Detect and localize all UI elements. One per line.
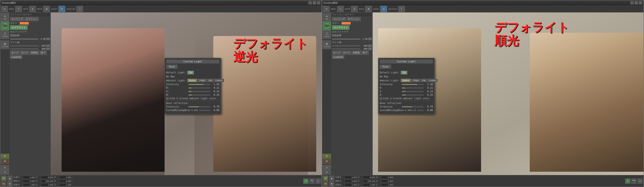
r-r-slider[interactable] (402, 87, 424, 89)
r-config-tab[interactable]: コンフィグ (332, 17, 346, 21)
r-intensity-slider[interactable] (332, 38, 360, 40)
r-plus-btn[interactable]: + (625, 178, 630, 184)
sidebar-anim[interactable]: 🎬 anim (1, 22, 9, 30)
trilight-tab[interactable]: Trilight (198, 79, 207, 82)
r-light-extra-slider[interactable] (332, 48, 360, 50)
r-arrow-down-status[interactable]: ▼ (329, 181, 334, 186)
r-toolbar-move[interactable]: ✥ (351, 6, 358, 12)
r-toolbar-section[interactable]: ⊞ (380, 6, 387, 12)
r-pe-status-btn[interactable]: PE (323, 181, 328, 186)
rot-y-input[interactable] (41, 180, 54, 183)
reset-button[interactable]: Reset (166, 65, 178, 69)
config-tab[interactable]: コンフィグ (10, 17, 24, 21)
r-arrow-up-status[interactable]: ▲ (329, 176, 334, 181)
r-option-tab[interactable]: オプション (346, 17, 361, 21)
scale-x-input[interactable] (23, 183, 36, 186)
intensity-slider[interactable] (10, 38, 38, 40)
r-skybox-tab[interactable]: Skybox (401, 79, 411, 82)
maximize-button[interactable]: □ (313, 1, 316, 4)
pe-status-btn[interactable]: PE (1, 181, 6, 186)
r-flat-tab[interactable]: Flat (421, 79, 427, 82)
skybox-tab[interactable]: Skybox (188, 79, 197, 82)
r-light-extra-def-btn[interactable]: def (368, 48, 372, 50)
arrow-down-status[interactable]: ▼ (7, 181, 12, 186)
intensity-def-btn[interactable]: def (46, 38, 50, 40)
r-rot-x-input[interactable] (345, 180, 358, 183)
r-rot-y-input[interactable] (363, 180, 376, 183)
r-scale-x-input[interactable] (345, 183, 358, 186)
sidebar-sound[interactable]: ♪ sound (1, 30, 9, 39)
r-camera-btn[interactable]: 📷 (631, 178, 636, 184)
r-rot-z-input[interactable] (381, 180, 394, 183)
sidebar-arrow-up[interactable]: ▲ (1, 165, 9, 170)
intensity-slider-dialog[interactable] (188, 84, 210, 85)
pos-x-input[interactable] (23, 176, 36, 179)
hs-status-btn[interactable]: HS (1, 176, 6, 181)
r-load-old-btn[interactable]: Load(old) (332, 55, 344, 59)
r-toolbar-work[interactable]: ✎ (337, 6, 344, 12)
sidebar-add[interactable]: + add (1, 13, 9, 22)
r-light-rows-slider[interactable] (332, 46, 360, 46)
side-ground-checkbox[interactable] (166, 98, 168, 100)
r-end-btn[interactable]: 終了 (362, 50, 369, 55)
r-close-button[interactable]: ✕ (639, 1, 642, 4)
light-rows-def-btn[interactable]: def (46, 44, 50, 47)
r-g-slider[interactable] (402, 91, 424, 92)
r-base-intensity-slider[interactable] (402, 106, 424, 108)
pos-z-input[interactable] (59, 176, 72, 179)
settings-btn[interactable]: ✕ (316, 178, 321, 184)
r-init-btn[interactable]: 初期化 (352, 50, 361, 55)
r-pe-btn[interactable]: PE (322, 159, 331, 164)
toolbar-move[interactable]: ✥ (29, 6, 36, 12)
flat-tab[interactable]: Flat (207, 79, 214, 82)
r-scale-y-input[interactable] (363, 183, 376, 186)
end-btn[interactable]: 終了 (40, 50, 47, 55)
r-camera-light-tab[interactable]: カメラライト (332, 26, 350, 30)
r-custom-minimap-slider[interactable] (417, 110, 424, 111)
r-pos-y-input[interactable] (363, 176, 376, 179)
r-maximize-button[interactable]: □ (634, 1, 638, 4)
rot-x-input[interactable] (23, 180, 36, 183)
minimize-button[interactable]: — (308, 1, 312, 4)
r-sidebar-anim[interactable]: 🎬 anim (322, 22, 331, 30)
toolbar-help[interactable]: ? (76, 6, 83, 12)
r-b-slider[interactable] (402, 94, 424, 96)
r-intensity-slider-dialog[interactable] (402, 84, 424, 85)
r-slider[interactable] (188, 87, 210, 89)
default-light-on-btn[interactable]: On (188, 71, 194, 74)
r-intensity-def-btn[interactable]: def (368, 38, 372, 40)
r-scale-z-input[interactable] (381, 183, 394, 186)
init-btn[interactable]: 初期化 (30, 50, 39, 55)
r-settings-btn[interactable]: ✕ (638, 178, 642, 184)
toolbar-menu[interactable]: ≡ (1, 6, 8, 12)
r-sidebar-arrow-down[interactable]: ▼ (322, 170, 331, 174)
r-pos-x-input[interactable] (345, 176, 358, 179)
custom-tab[interactable]: Custom (214, 79, 224, 82)
r-light-rows-def-btn[interactable]: def (368, 44, 372, 47)
r-minimize-button[interactable]: — (630, 1, 634, 4)
r-hs-btn[interactable]: HS (322, 154, 331, 158)
r-toolbar-help[interactable]: ? (398, 6, 405, 12)
g-slider[interactable] (188, 91, 210, 92)
r-sidebar-add[interactable]: + add (322, 13, 331, 22)
b-slider[interactable] (188, 94, 210, 96)
custom-minimap-slider[interactable] (199, 110, 210, 111)
toolbar-section[interactable]: ⊞ (58, 6, 65, 12)
r-sidebar-system[interactable]: ⚙ system (322, 40, 331, 49)
light-rows-slider[interactable] (10, 46, 38, 46)
load-btn[interactable]: ロード (20, 50, 30, 55)
r-sidebar-arrow-up[interactable]: ▲ (322, 165, 331, 170)
sidebar-arrow-down[interactable]: ▼ (1, 170, 9, 174)
light-extra-def-btn[interactable]: def (46, 48, 50, 50)
option-tab[interactable]: オプション (25, 17, 39, 21)
scale-y-input[interactable] (41, 183, 54, 186)
color-swatch[interactable] (20, 22, 29, 25)
save-btn[interactable]: セーブ (10, 50, 20, 55)
r-toolbar-menu[interactable]: ≡ (323, 6, 330, 12)
r-hs-status-btn[interactable]: HS (323, 176, 328, 181)
camera-light-tab[interactable]: カメラライト (10, 26, 28, 30)
toolbar-color[interactable]: ◑ (43, 6, 50, 12)
r-custom-tab[interactable]: Custom (428, 79, 438, 82)
r-sidebar-sound[interactable]: ♪ sound (322, 30, 331, 39)
base-intensity-slider[interactable] (188, 106, 210, 108)
